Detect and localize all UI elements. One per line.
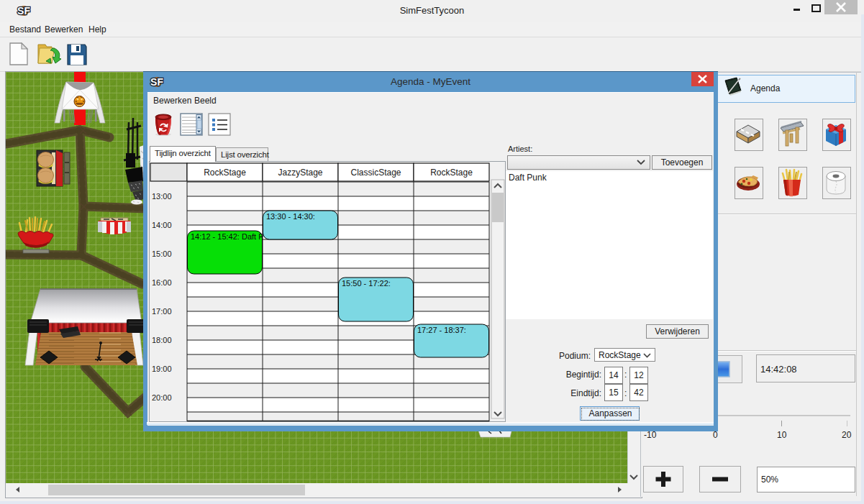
svg-text:ClassicStage: ClassicStage: [350, 168, 401, 178]
svg-text:17:27 - 18:37:: 17:27 - 18:37:: [417, 326, 466, 334]
svg-text:14:12 - 15:42: Daft P: 14:12 - 15:42: Daft P: [191, 232, 264, 241]
svg-text:13:00: 13:00: [152, 192, 172, 201]
svg-text:15:00: 15:00: [152, 249, 172, 258]
svg-text:15:50 - 17:22:: 15:50 - 17:22:: [342, 279, 391, 288]
svg-text:13:30 - 14:30:: 13:30 - 14:30:: [266, 212, 315, 221]
svg-text:16:00: 16:00: [152, 278, 172, 287]
svg-text:17:00: 17:00: [152, 307, 172, 316]
svg-text:20:00: 20:00: [152, 393, 172, 402]
svg-text:JazzyStage: JazzyStage: [278, 168, 322, 178]
svg-text:RockStage: RockStage: [430, 168, 473, 178]
svg-text:19:00: 19:00: [152, 365, 172, 373]
svg-text:14:00: 14:00: [152, 221, 172, 229]
svg-text:RockStage: RockStage: [204, 168, 246, 178]
svg-text:18:00: 18:00: [152, 336, 172, 344]
